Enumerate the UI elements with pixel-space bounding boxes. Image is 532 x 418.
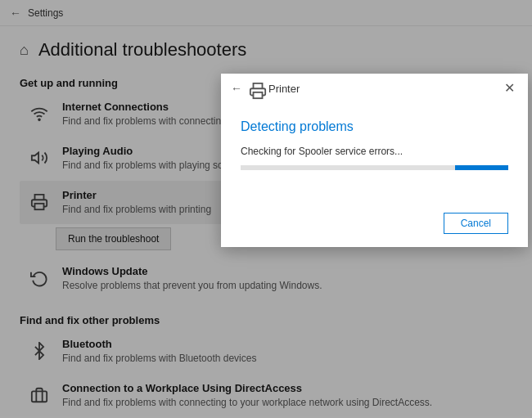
svg-rect-5 [254, 92, 263, 98]
dialog-title-left: ← Printer [231, 82, 300, 95]
dialog-footer: Cancel [221, 203, 528, 247]
dialog-close-button[interactable]: ✕ [501, 80, 518, 97]
dialog-heading: Detecting problems [241, 119, 508, 134]
progress-bar-container [241, 165, 508, 170]
cancel-button[interactable]: Cancel [444, 213, 508, 234]
dialog-titlebar: ← Printer ✕ [221, 74, 528, 103]
dialog-title-text: Printer [268, 83, 300, 95]
dialog-body: Detecting problems Checking for Spooler … [221, 103, 528, 203]
dialog-printer-icon [249, 82, 262, 95]
dialog-back-button[interactable]: ← [231, 82, 242, 95]
dialog-status-text: Checking for Spooler service errors... [241, 146, 508, 157]
progress-bar-fill [455, 165, 508, 170]
printer-troubleshoot-dialog: ← Printer ✕ Detecting problems Checking … [221, 74, 528, 247]
